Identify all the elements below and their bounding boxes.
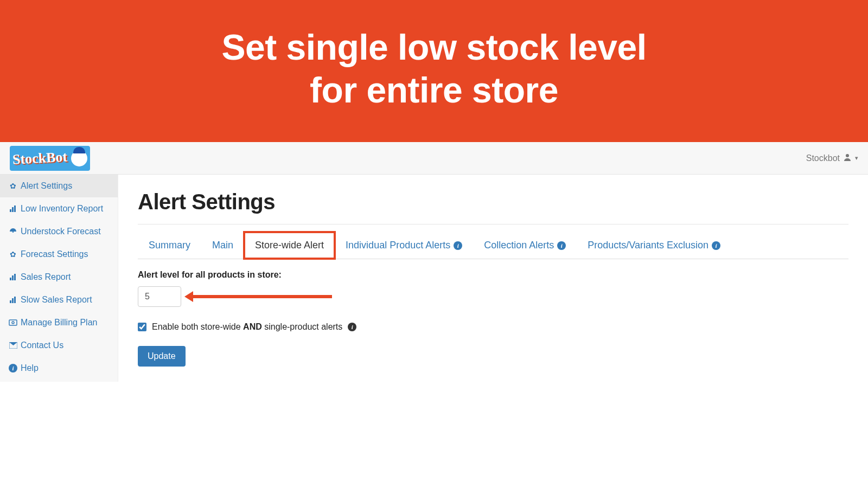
sidebar-item-label: Forecast Settings — [21, 249, 88, 259]
brand-logo[interactable]: StockBot — [10, 146, 90, 171]
svg-point-12 — [12, 322, 14, 324]
sidebar-item-contact[interactable]: Contact Us — [0, 334, 118, 357]
sidebar-item-billing[interactable]: Manage Billing Plan — [0, 311, 118, 334]
tabs: Summary Main Store-wide Alert Individual… — [138, 232, 848, 259]
user-icon — [843, 153, 852, 164]
promo-banner: Set single low stock level for entire st… — [0, 0, 868, 142]
sidebar-item-label: Help — [21, 363, 39, 373]
alert-level-label: Alert level for all products in store: — [138, 270, 848, 280]
tab-label: Individual Product Alerts — [346, 240, 450, 251]
tab-summary[interactable]: Summary — [138, 232, 201, 259]
svg-point-0 — [846, 154, 849, 157]
info-icon: i — [712, 241, 720, 250]
arrow-annotation-icon — [191, 295, 332, 298]
svg-rect-9 — [12, 298, 14, 303]
svg-rect-6 — [12, 275, 14, 280]
topbar: StockBot Stockbot ▾ — [0, 142, 868, 175]
checkbox-label: Enable both store-wide AND single-produc… — [152, 322, 342, 332]
brand-name: StockBot — [12, 149, 68, 168]
sidebar-item-label: Understock Forecast — [21, 227, 101, 236]
sidebar-item-forecast-settings[interactable]: ✿ Forecast Settings — [0, 243, 118, 266]
sidebar-item-sales-report[interactable]: Sales Report — [0, 266, 118, 288]
caret-down-icon: ▾ — [855, 155, 858, 162]
app-body: ✿ Alert Settings Low Inventory Report Un… — [0, 175, 868, 382]
page-title: Alert Settings — [138, 190, 848, 214]
gear-icon: ✿ — [9, 182, 17, 190]
divider — [138, 224, 848, 224]
tab-store-wide-alert[interactable]: Store-wide Alert — [244, 232, 335, 259]
bar-chart-icon — [9, 296, 17, 304]
tab-label: Main — [212, 240, 233, 251]
sidebar-item-slow-sales[interactable]: Slow Sales Report — [0, 288, 118, 311]
sidebar-item-label: Low Inventory Report — [21, 204, 103, 214]
tab-label: Collection Alerts — [484, 240, 554, 251]
svg-rect-5 — [10, 278, 11, 280]
tab-collection-alerts[interactable]: Collection Alerts i — [473, 232, 577, 259]
dashboard-icon — [9, 227, 17, 236]
banner-line1: Set single low stock level — [222, 27, 647, 67]
svg-rect-8 — [10, 300, 11, 303]
alert-level-input[interactable] — [138, 286, 181, 307]
svg-rect-7 — [14, 274, 16, 280]
svg-rect-3 — [14, 206, 16, 212]
alert-level-row — [138, 286, 848, 307]
info-icon[interactable]: i — [348, 323, 356, 331]
sidebar-item-label: Sales Report — [21, 272, 71, 282]
sidebar-item-help[interactable]: i Help — [0, 357, 118, 380]
checkbox-text-bold: AND — [243, 322, 262, 331]
tab-individual-alerts[interactable]: Individual Product Alerts i — [335, 232, 473, 259]
tab-main[interactable]: Main — [201, 232, 244, 259]
sidebar-item-label: Manage Billing Plan — [21, 318, 97, 328]
banner-title: Set single low stock level for entire st… — [11, 26, 857, 112]
user-menu[interactable]: Stockbot ▾ — [806, 153, 858, 164]
info-icon: i — [557, 241, 566, 250]
tab-label: Products/Variants Exclusion — [588, 240, 709, 251]
svg-rect-2 — [12, 207, 14, 212]
sidebar-item-low-inventory[interactable]: Low Inventory Report — [0, 197, 118, 220]
main-content: Alert Settings Summary Main Store-wide A… — [118, 175, 868, 382]
user-menu-label: Stockbot — [806, 153, 840, 163]
svg-rect-11 — [9, 320, 17, 325]
tab-exclusion[interactable]: Products/Variants Exclusion i — [577, 232, 731, 259]
svg-rect-4 — [12, 230, 14, 233]
info-icon: i — [454, 241, 462, 250]
info-icon: i — [9, 364, 17, 373]
bar-chart-icon — [9, 204, 17, 213]
sidebar-item-label: Alert Settings — [21, 181, 72, 191]
cash-icon — [9, 318, 17, 327]
sidebar-item-label: Slow Sales Report — [21, 295, 92, 305]
bar-chart-icon — [9, 273, 17, 281]
banner-line2: for entire store — [310, 70, 558, 110]
sidebar-item-label: Contact Us — [21, 341, 63, 350]
tab-label: Summary — [149, 240, 190, 251]
gear-icon: ✿ — [9, 250, 17, 259]
sidebar: ✿ Alert Settings Low Inventory Report Un… — [0, 175, 118, 382]
envelope-icon — [9, 341, 17, 350]
update-button[interactable]: Update — [138, 346, 186, 367]
sidebar-item-alert-settings[interactable]: ✿ Alert Settings — [0, 175, 118, 197]
checkbox-text-suffix: single-product alerts — [262, 322, 343, 331]
svg-rect-10 — [14, 297, 16, 303]
enable-both-row: Enable both store-wide AND single-produc… — [138, 322, 848, 332]
svg-rect-1 — [10, 209, 11, 212]
checkbox-text-prefix: Enable both store-wide — [152, 322, 243, 331]
sidebar-item-understock[interactable]: Understock Forecast — [0, 220, 118, 243]
mascot-icon — [71, 150, 87, 166]
enable-both-checkbox[interactable] — [138, 323, 146, 331]
tab-label: Store-wide Alert — [255, 240, 324, 251]
